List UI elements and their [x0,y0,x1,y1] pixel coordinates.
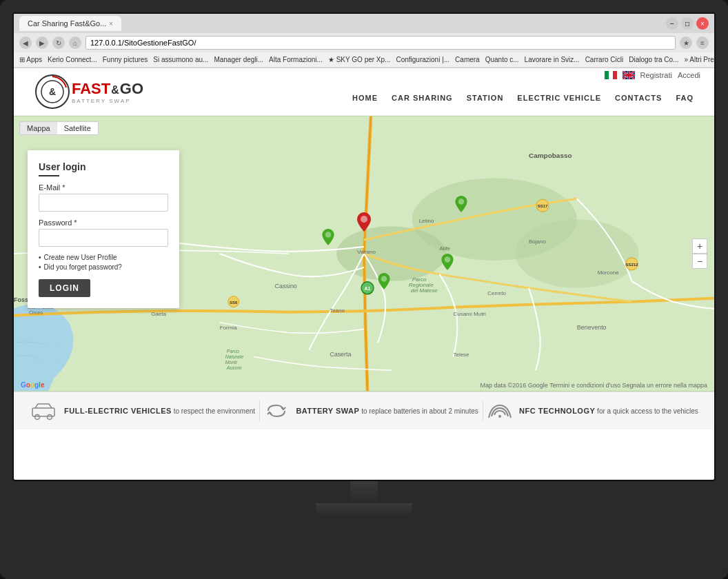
bookmark-apps[interactable]: ⊞ Apps [19,56,42,63]
bookmarks-button[interactable]: ★ [680,37,692,49]
map-pin-red[interactable] [357,212,371,234]
flag-en-icon[interactable] [623,71,635,79]
svg-text:Cerreto: Cerreto [487,290,506,296]
svg-text:Caserta: Caserta [330,351,351,358]
forgot-password-link[interactable]: • Did you forget password? [39,263,168,271]
bookmark-config[interactable]: Configurazioni |... [396,56,449,63]
flag-it-icon[interactable] [605,71,617,79]
nav-station[interactable]: STATION [467,94,504,102]
logo-fast: FAST [72,80,110,98]
browser-addressbar: ◀ ▶ ↻ ⌂ ★ ≡ [14,33,714,52]
svg-text:Ausoni: Ausoni [226,365,242,370]
minimize-button[interactable]: − [666,17,678,30]
email-group: E-Mail * [39,183,168,212]
website-content: Registrati Accedi & [14,68,714,481]
bookmark-kerio[interactable]: Kerio Connect... [48,56,97,63]
map-pin-green-4[interactable] [378,273,390,292]
footer-feature-nfc: NFC TECHNOLOGY for a quick access to the… [487,401,698,420]
bookmark-carraro[interactable]: Carraro Cicli [585,56,624,63]
address-input[interactable] [85,36,676,50]
logo-amp: & [111,84,119,96]
login-title: User login [39,161,168,172]
window-controls: − □ × [666,17,709,30]
svg-text:A1: A1 [365,286,371,291]
footer-divider-2 [483,400,483,421]
svg-rect-1 [609,71,613,79]
svg-text:Teano: Teano [330,307,345,314]
svg-text:Monti: Monti [225,360,237,365]
svg-text:Formia: Formia [220,325,237,331]
bookmark-si[interactable]: Si assumono au... [153,56,208,63]
bookmark-camera[interactable]: Camera [455,56,480,63]
nav-electric[interactable]: ELECTRIC VEHICLE [517,94,601,102]
site-footer: FULL-ELECTRIC VEHICLES to respect the en… [14,392,714,429]
password-input[interactable] [39,229,168,247]
create-profile-link[interactable]: • Create new User Profile [39,254,168,261]
nav-contacts[interactable]: CONTACTS [615,94,662,102]
monitor-frame: Car Sharing Fast&Go... × − □ × ◀ ▶ ↻ ⌂ ★… [0,0,728,579]
bookmark-dialogo[interactable]: Dialogo tra Co... [629,56,678,63]
footer-feature-electric: FULL-ELECTRIC VEHICLES to respect the en… [30,401,255,420]
login-links: • Create new User Profile • Did you forg… [39,254,168,271]
svg-rect-2 [613,71,617,79]
svg-text:Campobasso: Campobasso [529,152,572,159]
browser-titlebar: Car Sharing Fast&Go... × − □ × [14,14,714,33]
map-container[interactable]: Cassino Formia Caserta Cerreto Bojano Mo… [14,116,714,392]
footer-nfc-text: NFC TECHNOLOGY for a quick access to the… [519,407,698,415]
reload-button[interactable]: ↻ [52,37,65,49]
svg-text:&: & [49,86,56,97]
car-icon [30,401,57,420]
footer-battery-text: BATTERY SWAP to replace batteries in abo… [296,407,478,415]
svg-point-64 [35,415,40,420]
login-box: User login E-Mail * Password * • Create [28,150,179,308]
svg-text:Letino: Letino [419,218,434,224]
logo-go: GO [120,80,143,98]
svg-text:Cassino: Cassino [275,283,297,290]
svg-point-60 [458,199,465,205]
close-button[interactable]: × [696,17,709,30]
restore-button[interactable]: □ [681,17,694,30]
back-button[interactable]: ◀ [19,37,32,49]
bookmark-manager[interactable]: Manager degli... [214,56,263,63]
svg-text:Parco: Parco [227,349,239,354]
logo-area: & FAST & GO BATTERY SWAP [34,74,143,110]
nfc-icon [487,401,512,420]
forward-button[interactable]: ▶ [36,37,48,49]
map-pin-green-1[interactable] [322,229,334,248]
svg-text:SS212: SS212 [626,263,639,267]
map-pin-green-3[interactable] [441,254,454,273]
battery-swap-icon [264,401,289,420]
login-button[interactable]: LOGIN [39,279,90,297]
zoom-out-button[interactable]: − [692,254,707,269]
bookmark-alta[interactable]: Alta Formazioni... [269,56,323,63]
home-button[interactable]: ⌂ [69,37,81,49]
bookmark-altri[interactable]: » Altri Prefer... [684,56,714,63]
map-zoom-controls: + − [692,238,707,269]
nav-home[interactable]: HOME [352,94,378,102]
tab-close-icon[interactable]: × [109,20,113,28]
map-type-mappa[interactable]: Mappa [20,122,57,134]
svg-text:Alife: Alife [440,245,451,252]
svg-text:Morcone: Morcone [598,270,620,276]
svg-text:Benevento: Benevento [577,324,607,331]
email-input[interactable] [39,194,168,212]
menu-button[interactable]: ≡ [696,37,709,49]
login-link[interactable]: Accedi [678,71,700,79]
bookmark-funny[interactable]: Funny pictures [103,56,148,63]
nav-carsharing[interactable]: CAR SHARING [392,94,453,102]
bookmark-sky[interactable]: ★ SKY GO per Xp... [328,56,391,63]
register-link[interactable]: Registrati [640,71,672,79]
nav-faq[interactable]: FAQ [676,94,694,102]
svg-point-61 [444,256,450,263]
login-divider [39,175,59,176]
zoom-in-button[interactable]: + [692,238,707,254]
svg-text:Naturale: Naturale [225,354,243,359]
site-nav: HOME CAR SHARING STATION ELECTRIC VEHICL… [352,94,694,102]
map-pin-green-2[interactable] [455,196,467,215]
bookmark-lavorare[interactable]: Lavorare in Sviz... [525,56,580,63]
bookmark-quanto[interactable]: Quanto c... [485,56,519,63]
logo-text-area: FAST & GO BATTERY SWAP [72,80,143,104]
browser-bookmarks: ⊞ Apps Kerio Connect... Funny pictures S… [14,52,714,68]
browser-tab[interactable]: Car Sharing Fast&Go... × [19,16,121,31]
map-type-satellite[interactable]: Satellite [57,122,98,134]
